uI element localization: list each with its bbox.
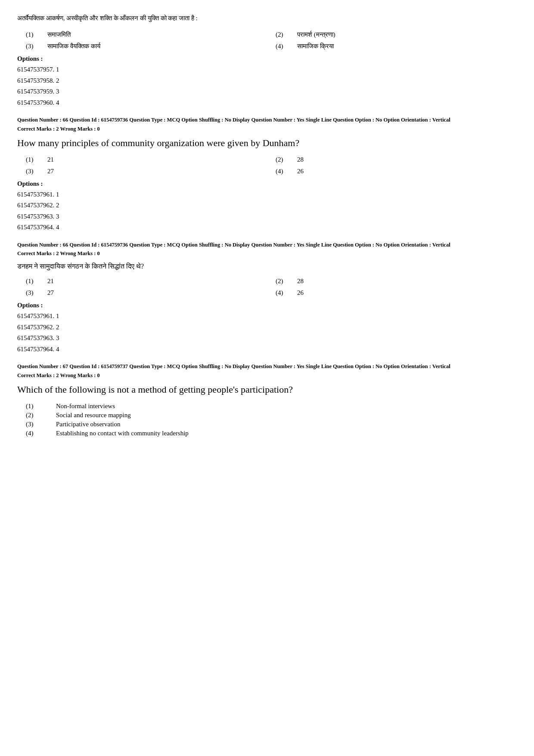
q66a-option-num-3: (3) — [26, 168, 39, 175]
q67-option-row-1: (1) Non-formal interviews — [26, 403, 517, 410]
q67-options: (1) Non-formal interviews (2) Social and… — [26, 403, 517, 439]
q66b-options: (1) 21 (2) 28 (3) 27 (4) 26 — [26, 278, 517, 297]
q67-option-num-1: (1) — [26, 403, 43, 410]
q67-option-num-4: (4) — [26, 430, 43, 437]
q66b-option-text-1: 21 — [47, 278, 54, 285]
q66a-option-row-3: (3) 27 — [26, 168, 267, 175]
q66a-options-label: Options : — [17, 180, 517, 187]
option-text-4: सामाजिक क्रिया — [297, 43, 334, 50]
q67-correct-marks: Correct Marks : 2 Wrong Marks : 0 — [17, 372, 517, 379]
q66a-option-text-4: 26 — [297, 168, 304, 175]
q66a-option-text-3: 27 — [47, 168, 54, 175]
q66a-option-id-3: 61547537963. 3 — [17, 211, 517, 222]
q66a-correct-marks: Correct Marks : 2 Wrong Marks : 0 — [17, 126, 517, 132]
q66a-option-id-1: 61547537961. 1 — [17, 189, 517, 200]
option-row-4: (4) सामाजिक क्रिया — [276, 43, 517, 50]
q66a-options-list: 61547537961. 1 61547537962. 2 6154753796… — [17, 189, 517, 233]
q66b-option-num-2: (2) — [276, 278, 289, 285]
q66b-option-id-4: 61547537964. 4 — [17, 344, 517, 355]
q67-option-num-3: (3) — [26, 421, 43, 428]
q66a-option-id-4: 61547537964. 4 — [17, 222, 517, 233]
q66b-option-num-1: (1) — [26, 278, 39, 285]
q66a-option-row-1: (1) 21 — [26, 156, 267, 163]
prev-option-id-1: 61547537957. 1 — [17, 64, 517, 75]
q66a-option-num-1: (1) — [26, 156, 39, 163]
q66b-option-text-3: 27 — [47, 289, 54, 297]
option-num-4: (4) — [276, 43, 289, 50]
q66b-option-row-4: (4) 26 — [276, 289, 517, 297]
q66b-option-num-3: (3) — [26, 289, 39, 297]
q66a-options: (1) 21 (2) 28 (3) 27 (4) 26 — [26, 156, 517, 175]
prev-option-id-4: 61547537960. 4 — [17, 97, 517, 109]
q66b-option-id-3: 61547537963. 3 — [17, 333, 517, 344]
q67-option-text-4: Establishing no contact with community l… — [56, 430, 189, 437]
q66a-option-row-4: (4) 26 — [276, 168, 517, 175]
q66a-meta: Question Number : 66 Question Id : 61547… — [17, 116, 517, 124]
option-num-1: (1) — [26, 31, 39, 38]
q66b-option-num-4: (4) — [276, 289, 289, 297]
q67-option-text-1: Non-formal interviews — [56, 403, 115, 410]
q67-option-row-3: (3) Participative observation — [26, 421, 517, 428]
option-row-2: (2) परामर्श (मन्त्रणा) — [276, 31, 517, 38]
q66b-options-list: 61547537961. 1 61547537962. 2 6154753796… — [17, 311, 517, 355]
prev-options-label: Options : — [17, 55, 517, 62]
q67-text-english: Which of the following is not a method o… — [17, 383, 517, 397]
q66b-option-row-1: (1) 21 — [26, 278, 267, 285]
option-text-2: परामर्श (मन्त्रणा) — [297, 31, 335, 38]
option-num-3: (3) — [26, 43, 39, 50]
q66a-option-row-2: (2) 28 — [276, 156, 517, 163]
q67-meta: Question Number : 67 Question Id : 61547… — [17, 362, 517, 371]
q67-option-text-3: Participative observation — [56, 421, 121, 428]
q66b-options-label: Options : — [17, 302, 517, 309]
q67-option-row-4: (4) Establishing no contact with communi… — [26, 430, 517, 437]
q66b-correct-marks: Correct Marks : 2 Wrong Marks : 0 — [17, 250, 517, 257]
q66a-option-num-4: (4) — [276, 168, 289, 175]
prev-question-options: (1) समाजमिति (2) परामर्श (मन्त्रणा) (3) … — [26, 31, 517, 50]
q66a-option-num-2: (2) — [276, 156, 289, 163]
q66b-option-row-3: (3) 27 — [26, 289, 267, 297]
q66b-option-text-4: 26 — [297, 289, 304, 297]
prev-option-id-2: 61547537958. 2 — [17, 75, 517, 87]
intro-text: अतर्वैयक्तिक आकर्षण, अस्वीकृति और शक्ति … — [17, 13, 517, 23]
option-text-3: सामाजिक वैयक्तिक कार्य — [47, 43, 100, 50]
option-row-1: (1) समाजमिति — [26, 31, 267, 38]
q66b-option-id-1: 61547537961. 1 — [17, 311, 517, 322]
q67-option-text-2: Social and resource mapping — [56, 412, 131, 419]
q66a-option-text-1: 21 — [47, 156, 54, 163]
q67-option-row-2: (2) Social and resource mapping — [26, 412, 517, 419]
option-num-2: (2) — [276, 31, 289, 38]
q66a-option-text-2: 28 — [297, 156, 304, 163]
q66a-option-id-2: 61547537962. 2 — [17, 200, 517, 211]
option-row-3: (3) सामाजिक वैयक्तिक कार्य — [26, 43, 267, 50]
q66b-option-id-2: 61547537962. 2 — [17, 322, 517, 333]
prev-options-list: 61547537957. 1 61547537958. 2 6154753795… — [17, 64, 517, 108]
q66a-text-english: How many principles of community organiz… — [17, 137, 517, 150]
prev-option-id-3: 61547537959. 3 — [17, 86, 517, 97]
q66b-option-row-2: (2) 28 — [276, 278, 517, 285]
option-text-1: समाजमिति — [47, 31, 71, 38]
q67-option-num-2: (2) — [26, 412, 43, 419]
q66b-text-hindi: डनहम ने सामुदायिक संगठन के कितने सिद्धां… — [17, 261, 517, 272]
q66b-option-text-2: 28 — [297, 278, 304, 285]
q66b-meta: Question Number : 66 Question Id : 61547… — [17, 241, 517, 249]
